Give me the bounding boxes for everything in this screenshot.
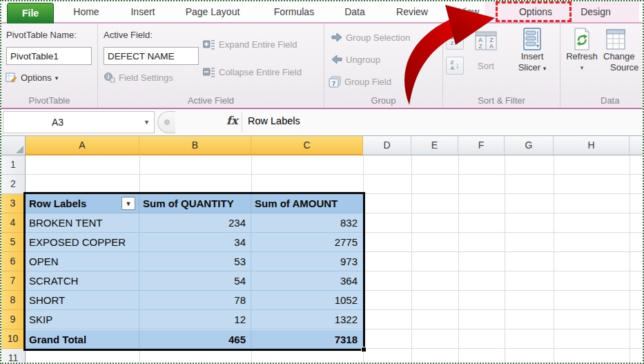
row-header-8[interactable]: 8 [1,291,26,310]
column-header-row: A B C D E F G H [1,136,643,155]
pivot-grand-total-amount[interactable]: 7318 [251,329,363,349]
refresh-button[interactable]: Refresh ▾ [562,28,602,73]
formula-bar-divider [242,113,242,132]
pivot-amount-cell[interactable]: 973 [251,252,363,271]
group-selection-button[interactable]: Group Selection [331,32,410,43]
empty-cells[interactable] [363,271,643,291]
group-field-button[interactable]: 7 Group Field [329,76,391,88]
column-header-partial[interactable] [630,136,643,155]
pivot-grand-total-label[interactable]: Grand Total [26,329,139,349]
collapse-field-icon [203,66,215,77]
expand-entire-field-button[interactable]: Expand Entire Field [203,39,297,50]
sheet-row-4: 4 BROKEN TENT 234 832 [1,213,643,233]
group-label-sort-filter: Sort & Filter [443,95,560,106]
empty-cells[interactable] [363,252,643,271]
empty-cells[interactable] [26,175,643,194]
pivot-amount-cell[interactable]: 832 [251,213,363,233]
pivot-header-quantity[interactable]: Sum of QUANTITY [139,194,251,213]
row-header-2[interactable]: 2 [1,175,26,194]
tab-page-layout[interactable]: Page Layout [175,1,250,22]
tab-design[interactable]: Design [565,1,627,22]
pivot-amount-cell[interactable]: 364 [251,271,363,291]
column-header-e[interactable]: E [411,136,458,155]
empty-cells[interactable] [26,155,643,175]
field-settings-icon: i [104,72,115,83]
row-header-5[interactable]: 5 [1,233,26,252]
pivot-row-label[interactable]: BROKEN TENT [26,213,139,233]
empty-cells[interactable] [26,349,643,363]
pivot-row-label[interactable]: SHORT [26,291,139,310]
pivot-row-label[interactable]: EXPOSED COPPER [26,233,139,252]
empty-cells[interactable] [363,213,643,233]
sort-button[interactable]: A Z Z A Sort [467,30,505,72]
pivot-quantity-cell[interactable]: 53 [139,252,251,271]
column-header-b[interactable]: B [139,136,251,155]
pivot-quantity-cell[interactable]: 12 [139,310,251,329]
row-header-11[interactable]: 11 [1,349,26,363]
tab-formulas[interactable]: Formulas [265,1,323,22]
tab-options[interactable]: Options [501,1,570,22]
pivot-amount-cell[interactable]: 2775 [251,233,363,252]
column-header-g[interactable]: G [505,136,554,155]
pivottable-options-label: Options [21,73,52,83]
pivot-grand-total-quantity[interactable]: 465 [139,329,251,349]
select-all-corner[interactable] [1,136,26,155]
row-header-7[interactable]: 7 [1,271,26,291]
active-field-input[interactable] [104,47,199,65]
empty-cells[interactable] [363,329,643,349]
insert-slicer-button[interactable]: Insert Slicer ▾ [509,28,555,74]
empty-cells[interactable] [363,310,643,329]
column-header-c[interactable]: C [251,136,363,155]
row-header-9[interactable]: 9 [1,310,26,329]
column-header-d[interactable]: D [363,136,411,155]
tab-file[interactable]: File [7,3,54,23]
name-box[interactable]: A3 ▼ [3,111,155,133]
group-selection-label: Group Selection [346,32,410,43]
pivot-header-amount[interactable]: Sum of AMOUNT [251,194,363,213]
change-data-source-button[interactable]: Change Source [603,28,643,73]
pivottable-name-input[interactable] [6,47,92,65]
tab-home[interactable]: Home [64,1,109,22]
pivot-quantity-cell[interactable]: 54 [139,271,251,291]
pivottable-name-label: PivotTable Name: [6,30,77,40]
ribbon-tab-bar: File Home Insert Page Layout Formulas Da… [1,1,643,23]
sort-ascending-button[interactable]: AZ ↓ [446,32,464,50]
row-header-4[interactable]: 4 [1,213,26,233]
sort-descending-button[interactable]: ZA ↓ [446,57,464,75]
pivot-quantity-cell[interactable]: 34 [139,233,251,252]
pivot-header-row-labels[interactable]: Row Labels ▼ [26,194,139,213]
pivot-amount-cell[interactable]: 1322 [251,310,363,329]
tab-data[interactable]: Data [334,1,375,22]
ungroup-button[interactable]: Ungroup [331,54,380,65]
column-header-f[interactable]: F [458,136,505,155]
fill-handle[interactable] [361,347,367,352]
column-header-a[interactable]: A [26,136,139,155]
formula-input[interactable]: Row Labels [248,115,300,126]
row-header-10[interactable]: 10 [1,329,26,349]
tab-review[interactable]: Review [387,1,438,22]
pivot-row-label[interactable]: SCRATCH [26,271,139,291]
tab-view[interactable]: View [447,1,491,22]
field-settings-button[interactable]: i Field Settings [104,72,173,83]
collapse-entire-field-button[interactable]: Collapse Entire Field [203,66,302,77]
dropdown-arrow-icon: ▾ [543,65,547,72]
svg-text:i: i [108,73,110,80]
pivot-amount-cell[interactable]: 1052 [251,291,363,310]
row-header-1[interactable]: 1 [1,155,26,175]
row-labels-filter-button[interactable]: ▼ [121,197,135,210]
insert-slicer-icon [523,28,542,51]
pivot-row-label[interactable]: SKIP [26,310,139,329]
pivot-row-label[interactable]: OPEN [26,252,139,271]
pivottable-options-button[interactable]: Options ▾ [6,72,58,84]
empty-cells[interactable] [363,291,643,310]
row-header-6[interactable]: 6 [1,252,26,271]
insert-function-icon[interactable]: fx [226,114,237,127]
row-header-3[interactable]: 3 [1,194,26,213]
name-box-dropdown-icon[interactable]: ▼ [144,112,150,133]
empty-cells[interactable] [363,233,643,252]
column-header-h[interactable]: H [554,136,630,155]
pivot-quantity-cell[interactable]: 234 [139,213,251,233]
tab-insert[interactable]: Insert [120,1,166,22]
pivot-quantity-cell[interactable]: 78 [139,291,251,310]
empty-cells[interactable] [363,194,643,213]
